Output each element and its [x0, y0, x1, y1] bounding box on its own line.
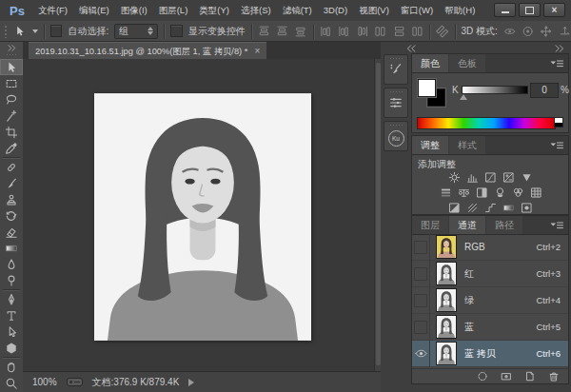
3d-slide-icon[interactable]	[559, 25, 571, 38]
channel-row-blue-copy[interactable]: 蓝 拷贝 Ctrl+6	[412, 341, 568, 367]
channel-row-red[interactable]: 红 Ctrl+3	[412, 261, 568, 287]
tool-path-selection[interactable]	[0, 323, 23, 340]
3d-roll-icon[interactable]	[522, 25, 534, 38]
visibility-toggle[interactable]	[412, 314, 430, 340]
curves-icon[interactable]	[484, 171, 497, 184]
tool-type[interactable]	[0, 307, 23, 323]
kuler-panel-button[interactable]: Ku	[384, 121, 408, 151]
tab-color[interactable]: 颜色	[412, 54, 448, 72]
status-flyout-arrow-icon[interactable]	[188, 379, 194, 386]
tab-close-icon[interactable]: ×	[254, 47, 260, 56]
tools-panel-header[interactable]	[0, 42, 24, 59]
distribute-top-edges-icon[interactable]	[374, 25, 386, 38]
visibility-toggle[interactable]	[412, 261, 430, 286]
tool-magic-wand[interactable]	[0, 108, 23, 124]
tool-crop[interactable]	[0, 124, 23, 140]
tool-pen[interactable]	[0, 291, 23, 307]
menu-file[interactable]: 文件(F)	[32, 0, 73, 21]
tool-blur[interactable]	[0, 256, 23, 272]
menu-layer[interactable]: 图层(L)	[153, 0, 194, 21]
document-tab[interactable]: 2019.10.31_10.16.51.jpg @ 100%(图层 1, 蓝 拷…	[29, 42, 266, 60]
auto-select-checkbox[interactable]	[50, 25, 62, 37]
tool-shape[interactable]	[0, 340, 23, 356]
selective-color-icon[interactable]	[521, 202, 533, 214]
spectrum-bw-swatches[interactable]	[554, 117, 563, 127]
distribute-vertical-centers-icon[interactable]	[392, 25, 405, 37]
tool-spot-healing-brush[interactable]	[0, 159, 23, 175]
color-lookup-icon[interactable]	[530, 186, 542, 199]
move-tool-icon[interactable]	[13, 25, 26, 38]
align-horizontal-centers-icon[interactable]	[337, 25, 350, 37]
new-channel-icon[interactable]	[523, 370, 537, 382]
color-spectrum-ramp[interactable]	[417, 117, 556, 129]
tool-hand[interactable]	[0, 359, 23, 375]
auto-select-dropdown[interactable]: 组	[114, 24, 158, 39]
tab-paths[interactable]: 路径	[486, 216, 522, 234]
close-button[interactable]: ×	[543, 3, 565, 17]
tool-dodge[interactable]	[0, 272, 23, 288]
document-canvas[interactable]	[23, 59, 374, 371]
channel-row-green[interactable]: 绿 Ctrl+4	[412, 287, 568, 314]
minimize-button[interactable]	[494, 3, 516, 17]
options-grip[interactable]	[4, 25, 8, 38]
invert-icon[interactable]	[448, 202, 461, 214]
panel-menu-icon[interactable]	[549, 59, 564, 69]
align-vertical-centers-icon[interactable]	[276, 25, 288, 38]
menu-type[interactable]: 类型(Y)	[193, 0, 235, 21]
menu-image[interactable]: 图像(I)	[115, 0, 153, 21]
visibility-toggle[interactable]	[412, 341, 430, 366]
menu-window[interactable]: 窗口(W)	[395, 0, 439, 21]
align-top-edges-icon[interactable]	[258, 25, 270, 38]
collapse-dock-left-icon[interactable]	[404, 44, 419, 53]
menu-help[interactable]: 帮助(H)	[439, 0, 481, 21]
channel-row-blue[interactable]: 蓝 Ctrl+5	[412, 314, 568, 341]
tab-layers[interactable]: 图层	[412, 216, 448, 234]
3d-pan-icon[interactable]	[540, 25, 552, 38]
tool-eyedropper[interactable]	[0, 140, 23, 156]
align-right-edges-icon[interactable]	[356, 25, 369, 37]
visibility-toggle[interactable]	[412, 287, 430, 313]
tool-eraser[interactable]	[0, 224, 23, 240]
auto-align-layers-icon[interactable]	[433, 22, 451, 40]
panel-menu-icon[interactable]	[549, 141, 564, 151]
collapse-dock-right-icon[interactable]	[552, 44, 567, 53]
vibrance-icon[interactable]	[521, 171, 533, 184]
brush-presets-panel-button[interactable]	[384, 54, 408, 85]
tool-history-brush[interactable]	[0, 207, 23, 224]
channel-mixer-icon[interactable]	[512, 186, 524, 199]
gradient-map-icon[interactable]	[502, 202, 515, 214]
photo-filter-icon[interactable]	[494, 186, 506, 199]
k-slider-track[interactable]	[462, 86, 528, 94]
brightness-contrast-icon[interactable]	[448, 171, 461, 184]
menu-view[interactable]: 视图(V)	[353, 0, 395, 21]
tool-rectangular-marquee[interactable]	[0, 75, 23, 91]
menu-filter[interactable]: 滤镜(T)	[277, 0, 318, 21]
tab-styles[interactable]: 样式	[449, 136, 485, 154]
distribute-bottom-edges-icon[interactable]	[411, 25, 423, 38]
save-selection-as-channel-icon[interactable]	[500, 370, 513, 382]
delete-channel-icon[interactable]	[547, 370, 561, 382]
foreground-color-swatch[interactable]	[418, 79, 436, 97]
menu-edit[interactable]: 编辑(E)	[73, 0, 115, 21]
tool-clone-stamp[interactable]	[0, 191, 23, 207]
align-bottom-edges-icon[interactable]	[294, 25, 306, 38]
tool-preset-caret-icon[interactable]	[32, 29, 38, 33]
tool-move[interactable]	[0, 59, 23, 75]
black-white-icon[interactable]	[476, 186, 488, 199]
tab-swatches[interactable]: 色板	[449, 54, 485, 72]
tab-channels[interactable]: 通道	[449, 216, 485, 234]
zoom-level-field[interactable]: 100%	[32, 377, 57, 387]
maximize-button[interactable]	[519, 3, 541, 17]
levels-icon[interactable]	[466, 171, 479, 184]
posterize-icon[interactable]	[466, 202, 479, 214]
show-transform-checkbox[interactable]	[170, 25, 182, 37]
3d-rotate-icon[interactable]	[503, 25, 516, 38]
k-slider-thumb[interactable]	[460, 94, 467, 100]
tool-zoom[interactable]	[0, 375, 23, 391]
hue-saturation-icon[interactable]	[440, 186, 452, 199]
k-value-field[interactable]: 0	[530, 83, 559, 98]
panel-menu-icon[interactable]	[549, 221, 564, 231]
load-channel-as-selection-icon[interactable]	[476, 370, 489, 382]
threshold-icon[interactable]	[484, 202, 497, 214]
tab-adjustments[interactable]: 调整	[412, 136, 448, 154]
